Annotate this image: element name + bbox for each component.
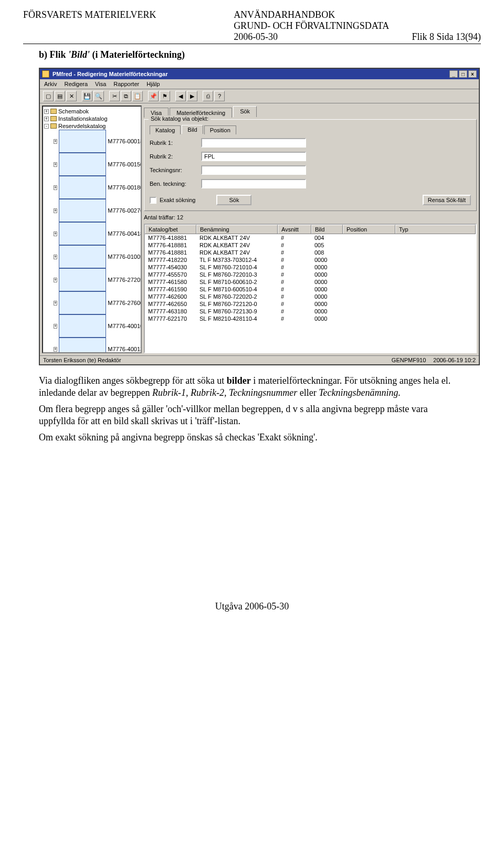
- tree-expander-icon[interactable]: +: [54, 208, 57, 213]
- table-row[interactable]: M7777-463180SL F M8760-722130-9#0000: [145, 308, 476, 315]
- page-icon: [59, 314, 106, 338]
- tb-print-icon[interactable]: ⎙: [203, 91, 213, 101]
- tb-copy-icon[interactable]: ⧉: [121, 91, 131, 101]
- label-benteckning: Ben. teckning:: [150, 181, 198, 187]
- tree-node[interactable]: +Schemabok: [44, 108, 140, 115]
- tb-open-icon[interactable]: ▤: [55, 91, 65, 101]
- tb-pin-icon[interactable]: 📌: [148, 91, 159, 101]
- tree-node[interactable]: +M7776-000180: [44, 130, 140, 153]
- window-maximize-button[interactable]: □: [459, 70, 467, 78]
- tb-search-icon[interactable]: 🔍: [93, 91, 104, 101]
- tree-node[interactable]: +M7776-400131: [44, 338, 140, 353]
- col-position[interactable]: Position: [343, 225, 395, 234]
- tree-node[interactable]: +M7776-001500: [44, 153, 140, 176]
- tree-node[interactable]: +M7776-400101: [44, 314, 140, 338]
- tree-expander-icon[interactable]: +: [54, 139, 57, 144]
- tree-expander-icon[interactable]: +: [54, 278, 57, 282]
- tree-node[interactable]: +M7776-002760: [44, 199, 140, 222]
- tree-expander-icon[interactable]: +: [44, 109, 49, 114]
- window-title: PMfred - Redigering Materielförteckninga…: [52, 71, 167, 77]
- hdr-right2: GRUND- OCH FÖRVALTNINGSDATA: [234, 20, 481, 31]
- tree-expander-icon[interactable]: +: [54, 162, 57, 167]
- results-table[interactable]: Katalog/bet Benämning Avsnitt Bild Posit…: [144, 224, 477, 353]
- tree-node[interactable]: +Installationskatalog: [44, 115, 140, 122]
- titlebar[interactable]: PMfred - Redigering Materielförteckninga…: [40, 69, 479, 79]
- groupbox-legend: Sök katalog via objekt:: [149, 115, 211, 122]
- tree-node[interactable]: +M7776-276007: [44, 291, 140, 314]
- tree-node[interactable]: +M7776-004180: [44, 222, 140, 245]
- menu-rapporter[interactable]: Rapporter: [113, 81, 139, 87]
- col-bild[interactable]: Bild: [311, 225, 343, 234]
- hdr-left: FÖRSVARETS MATERIELVERK: [23, 9, 234, 43]
- tree-expander-icon[interactable]: -: [44, 124, 49, 129]
- search-groupbox: Sök katalog via objekt: Katalog Bild Pos…: [144, 119, 477, 211]
- tree-expander-icon[interactable]: +: [54, 255, 57, 259]
- table-row[interactable]: M7777-455570SL F M8760-722010-3#0000: [145, 271, 476, 278]
- table-row[interactable]: M7777-622170SL F M8210-428110-4#0000: [145, 315, 476, 322]
- input-teckningsnr[interactable]: [201, 165, 306, 175]
- tb-prev-icon[interactable]: ◀: [175, 91, 186, 101]
- tree-node[interactable]: +M7776-272050: [44, 268, 140, 291]
- table-row[interactable]: M7777-461580SL F M8710-600610-2#0000: [145, 278, 476, 286]
- tree-expander-icon[interactable]: +: [54, 185, 57, 190]
- table-row[interactable]: M7777-418220TL F M3733-703012-4#0000: [145, 256, 476, 264]
- hdr-rule: [23, 44, 481, 44]
- tree-pane[interactable]: +Schemabok+Installationskatalog-Reservde…: [42, 106, 142, 353]
- col-benamning[interactable]: Benämning: [196, 225, 278, 234]
- menu-redigera[interactable]: Redigera: [64, 81, 88, 87]
- tb-save-icon[interactable]: 💾: [82, 91, 92, 101]
- section-title: b) Flik 'Bild' (i Materielförteckning): [39, 49, 481, 60]
- inner-tab-position[interactable]: Position: [204, 125, 236, 134]
- label-teckningsnr: Teckningsnr:: [150, 167, 198, 173]
- table-row[interactable]: M7777-461590SL F M8710-600510-4#0000: [145, 286, 476, 293]
- tb-help-icon[interactable]: ?: [214, 91, 225, 101]
- footer-edition: Utgåva 2006-05-30: [23, 601, 481, 623]
- tb-paste-icon[interactable]: 📋: [132, 91, 143, 101]
- checkbox-exakt-sokning[interactable]: [150, 197, 156, 204]
- page-icon: [59, 130, 106, 153]
- inner-tab-bild[interactable]: Bild: [182, 125, 203, 134]
- input-rubrik2[interactable]: [201, 152, 306, 161]
- hits-label: Antal träffar: 12: [144, 213, 477, 222]
- input-rubrik1[interactable]: [201, 138, 306, 148]
- table-row[interactable]: M7777-462600SL F M8760-722020-2#0000: [145, 293, 476, 300]
- tree-expander-icon[interactable]: +: [44, 117, 49, 121]
- tab-sok[interactable]: Sök: [233, 106, 257, 117]
- page-icon: [59, 338, 106, 353]
- table-row[interactable]: M7777-454030SL F M8760-721010-4#0000: [145, 264, 476, 271]
- tree-expander-icon[interactable]: +: [54, 347, 57, 352]
- inner-tabs: Katalog Bild Position: [150, 125, 471, 134]
- page-icon: [59, 245, 106, 268]
- menu-arkiv[interactable]: Arkiv: [44, 81, 57, 87]
- tb-next-icon[interactable]: ▶: [187, 91, 197, 101]
- tree-node[interactable]: +M7776-010051: [44, 245, 140, 268]
- tree-expander-icon[interactable]: +: [54, 301, 57, 306]
- table-row[interactable]: M7776-418881RDK ALKBATT 24V#008: [145, 249, 476, 256]
- rensa-sokfalt-button[interactable]: Rensa Sök-fält: [423, 195, 471, 205]
- tb-delete-icon[interactable]: ✕: [66, 91, 77, 101]
- window-minimize-button[interactable]: _: [449, 70, 458, 78]
- menu-hjalp[interactable]: Hjälp: [146, 81, 160, 87]
- col-typ[interactable]: Typ: [395, 225, 476, 234]
- inner-tab-katalog[interactable]: Katalog: [150, 125, 181, 134]
- sok-button[interactable]: Sök: [216, 195, 251, 205]
- input-benteckning[interactable]: [201, 179, 306, 188]
- tree-node[interactable]: -Reservdelskatalog: [44, 122, 140, 130]
- menubar: Arkiv Redigera Visa Rapporter Hjälp: [40, 79, 479, 89]
- tb-new-icon[interactable]: ▢: [43, 91, 54, 101]
- tree-expander-icon[interactable]: +: [54, 231, 57, 236]
- col-katalogbet[interactable]: Katalog/bet: [145, 225, 196, 234]
- table-row[interactable]: M7777-462650SL F M8760-722120-0#0000: [145, 300, 476, 308]
- tree-expander-icon[interactable]: +: [54, 324, 57, 329]
- col-avsnitt[interactable]: Avsnitt: [278, 225, 311, 234]
- tree-node[interactable]: +M7776-001800: [44, 176, 140, 199]
- table-row[interactable]: M7776-418881RDK ALKBATT 24V#004: [145, 234, 476, 241]
- tb-cut-icon[interactable]: ✂: [109, 91, 120, 101]
- menu-visa[interactable]: Visa: [95, 81, 106, 87]
- tb-flag-icon[interactable]: ⚑: [160, 91, 170, 101]
- window-close-button[interactable]: ×: [468, 70, 477, 78]
- status-datetime: 2006-06-19 10:2: [433, 357, 476, 363]
- label-rubrik2: Rubrik 2:: [150, 153, 198, 160]
- table-row[interactable]: M7776-418881RDK ALKBATT 24V#005: [145, 241, 476, 249]
- body-text: Via dialogfliken anges sökbegrepp för at…: [39, 375, 465, 444]
